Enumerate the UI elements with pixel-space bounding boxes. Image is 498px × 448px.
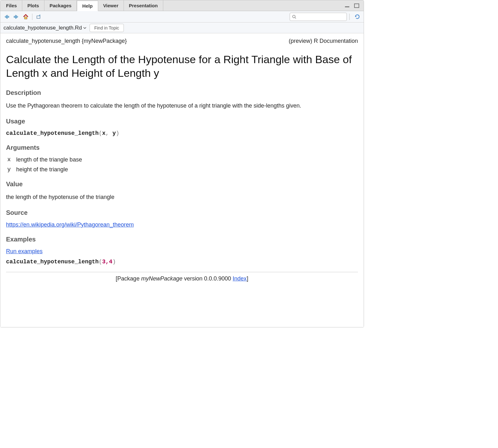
chevron-down-icon — [83, 27, 86, 29]
section-source-heading: Source — [6, 209, 358, 216]
home-icon[interactable] — [22, 13, 30, 21]
toolbar-divider-2 — [349, 14, 350, 20]
tab-help[interactable]: Help — [77, 1, 98, 11]
search-icon — [292, 14, 297, 19]
argument-name: y — [7, 166, 13, 173]
section-arguments-heading: Arguments — [6, 144, 358, 151]
refresh-icon[interactable] — [353, 13, 361, 21]
usage-code: calculate_hypotenuse_length(x, y) — [6, 130, 358, 136]
svg-rect-1 — [354, 4, 359, 8]
help-search-input[interactable] — [297, 14, 345, 19]
tab-plots[interactable]: Plots — [22, 0, 44, 11]
panel-tabs: Files Plots Packages Help Viewer Present… — [0, 0, 364, 11]
svg-point-6 — [293, 15, 295, 17]
help-toolbar — [0, 11, 364, 23]
footer-divider — [6, 272, 358, 272]
back-arrow-icon[interactable] — [3, 13, 10, 21]
toolbar-divider — [32, 14, 32, 20]
topic-signature: calculate_hypotenuse_length {myNewPackag… — [6, 38, 127, 44]
help-sub-toolbar: calculate_hypotenuse_length.Rd Find in T… — [0, 23, 364, 33]
section-description-heading: Description — [6, 89, 358, 96]
doc-footer: [Package myNewPackage version 0.0.0.9000… — [6, 275, 358, 282]
svg-line-7 — [295, 17, 296, 18]
svg-rect-2 — [7, 16, 9, 17]
argument-name: x — [7, 156, 13, 163]
forward-arrow-icon[interactable] — [12, 13, 20, 21]
example-code: calculate_hypotenuse_length(3,4) — [6, 259, 358, 265]
tab-presentation[interactable]: Presentation — [124, 0, 163, 11]
tab-viewer[interactable]: Viewer — [98, 0, 124, 11]
argument-row: x length of the triangle base — [7, 156, 358, 163]
section-value-heading: Value — [6, 181, 358, 188]
index-link[interactable]: Index — [233, 275, 247, 282]
argument-desc: length of the triangle base — [16, 156, 82, 163]
tab-packages[interactable]: Packages — [44, 0, 77, 11]
minimize-icon[interactable] — [343, 2, 351, 10]
svg-rect-3 — [14, 16, 16, 17]
arguments-table: x length of the triangle base y height o… — [7, 156, 358, 173]
value-text: the length of the hypotenuse of the tria… — [6, 193, 358, 201]
popout-icon[interactable] — [35, 13, 43, 21]
topic-file-label: calculate_hypotenuse_length.Rd — [3, 25, 82, 31]
tab-files[interactable]: Files — [1, 0, 22, 11]
description-text: Use the Pythagorean theorem to calculate… — [6, 102, 358, 110]
argument-row: y height of the triangle — [7, 166, 358, 173]
section-usage-heading: Usage — [6, 118, 358, 125]
help-search-box[interactable] — [290, 13, 347, 21]
section-examples-heading: Examples — [6, 236, 358, 243]
svg-rect-0 — [345, 6, 349, 7]
help-content: calculate_hypotenuse_length {myNewPackag… — [0, 33, 364, 327]
svg-rect-5 — [37, 16, 40, 18]
source-link[interactable]: https://en.wikipedia.org/wiki/Pythagorea… — [6, 221, 134, 228]
topic-file-dropdown[interactable]: calculate_hypotenuse_length.Rd — [3, 25, 86, 31]
find-in-topic-button[interactable]: Find in Topic — [90, 24, 124, 32]
svg-rect-4 — [24, 17, 27, 19]
argument-desc: height of the triangle — [16, 166, 68, 173]
doc-preview-label: (preview) R Documentation — [289, 38, 358, 44]
maximize-icon[interactable] — [353, 2, 360, 10]
page-title: Calculate the Length of the Hypotenuse f… — [6, 53, 358, 80]
run-examples-link[interactable]: Run examples — [6, 248, 43, 254]
